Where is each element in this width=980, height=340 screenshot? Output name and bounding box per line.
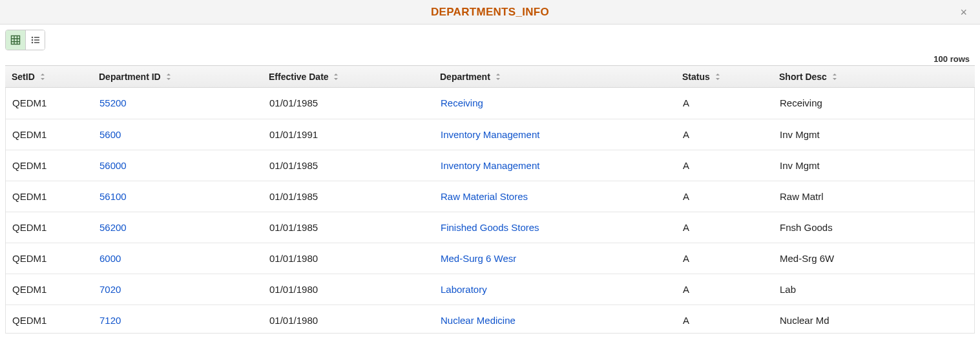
cell-deptid-link[interactable]: 56000 xyxy=(99,160,127,171)
cell-dept: Med-Surg 6 Wesr xyxy=(434,243,676,274)
cell-status-text: A xyxy=(683,253,689,264)
cell-effdt-text: 01/01/1985 xyxy=(269,160,318,171)
cell-setid: QEDM1 xyxy=(6,88,93,119)
cell-status: A xyxy=(676,150,773,181)
col-header-setid-label: SetID xyxy=(12,72,35,82)
cell-short: Med-Srg 6W xyxy=(773,243,974,274)
cell-status-text: A xyxy=(683,160,689,171)
table-row: QEDM15520001/01/1985ReceivingAReceiving xyxy=(6,88,974,119)
view-toolbar xyxy=(0,25,980,53)
sort-icon xyxy=(715,71,720,81)
col-header-dept[interactable]: Department xyxy=(433,66,676,88)
col-header-status[interactable]: Status xyxy=(676,66,773,88)
cell-deptid-link[interactable]: 7120 xyxy=(99,315,121,326)
cell-dept-link[interactable]: Inventory Management xyxy=(441,160,539,171)
cell-deptid: 56100 xyxy=(93,181,263,212)
col-header-short[interactable]: Short Desc xyxy=(773,66,964,88)
cell-status: A xyxy=(676,88,773,119)
results-scroll[interactable]: QEDM15520001/01/1985ReceivingAReceivingQ… xyxy=(6,88,974,333)
cell-short: Raw Matrl xyxy=(773,181,974,212)
cell-effdt: 01/01/1985 xyxy=(263,88,434,119)
cell-effdt-text: 01/01/1991 xyxy=(269,129,318,140)
cell-deptid-link[interactable]: 56100 xyxy=(99,191,127,202)
cell-setid-text: QEDM1 xyxy=(12,315,47,326)
cell-setid: QEDM1 xyxy=(6,181,93,212)
col-header-status-label: Status xyxy=(682,72,710,82)
cell-dept-link[interactable]: Raw Material Stores xyxy=(441,191,528,202)
svg-point-7 xyxy=(31,39,33,41)
svg-point-9 xyxy=(31,42,33,44)
cell-short: Receiving xyxy=(773,88,974,119)
col-header-effdt[interactable]: Effective Date xyxy=(262,66,433,88)
cell-deptid-link[interactable]: 6000 xyxy=(99,253,121,264)
col-header-setid[interactable]: SetID xyxy=(5,66,92,88)
sort-icon xyxy=(166,71,171,81)
cell-effdt: 01/01/1991 xyxy=(263,119,434,150)
results-header-table: SetID Department ID Effective Date xyxy=(5,65,975,88)
cell-status: A xyxy=(676,243,773,274)
cell-status-text: A xyxy=(683,315,689,326)
title-bar: DEPARTMENTS_INFO × xyxy=(0,0,980,25)
cell-setid-text: QEDM1 xyxy=(12,97,47,108)
col-header-dept-label: Department xyxy=(440,72,490,82)
sort-icon xyxy=(40,71,45,81)
cell-effdt: 01/01/1985 xyxy=(263,150,434,181)
table-row: QEDM15610001/01/1985Raw Material StoresA… xyxy=(6,181,974,212)
page-title: DEPARTMENTS_INFO xyxy=(0,0,980,25)
cell-effdt: 01/01/1985 xyxy=(263,181,434,212)
cell-status-text: A xyxy=(683,97,689,108)
grid-view-button[interactable] xyxy=(6,30,25,50)
cell-dept-link[interactable]: Receiving xyxy=(441,97,483,108)
cell-dept: Inventory Management xyxy=(434,119,676,150)
table-row: QEDM15600001/01/1985Inventory Management… xyxy=(6,150,974,181)
cell-dept: Finished Goods Stores xyxy=(434,212,676,243)
cell-effdt: 01/01/1980 xyxy=(263,305,434,333)
cell-deptid-link[interactable]: 56200 xyxy=(99,222,127,233)
cell-deptid-link[interactable]: 5600 xyxy=(99,129,121,140)
results-body-table: QEDM15520001/01/1985ReceivingAReceivingQ… xyxy=(6,88,974,333)
cell-deptid: 6000 xyxy=(93,243,263,274)
cell-dept-link[interactable]: Med-Surg 6 Wesr xyxy=(441,253,516,264)
table-row: QEDM1712001/01/1980Nuclear MedicineANucl… xyxy=(6,305,974,333)
close-button[interactable]: × xyxy=(956,0,971,25)
cell-dept-link[interactable]: Laboratory xyxy=(441,284,487,295)
sort-icon xyxy=(333,71,339,81)
cell-effdt-text: 01/01/1985 xyxy=(269,191,318,202)
cell-dept-link[interactable]: Finished Goods Stores xyxy=(441,222,539,233)
cell-dept-link[interactable]: Inventory Management xyxy=(441,129,539,140)
cell-deptid: 7120 xyxy=(93,305,263,333)
cell-short-text: Med-Srg 6W xyxy=(780,253,834,264)
cell-setid: QEDM1 xyxy=(6,274,93,305)
cell-short-text: Inv Mgmt xyxy=(780,160,820,171)
cell-dept-link[interactable]: Nuclear Medicine xyxy=(441,315,516,326)
col-header-short-label: Short Desc xyxy=(779,72,827,82)
table-row: QEDM1600001/01/1980Med-Surg 6 WesrAMed-S… xyxy=(6,243,974,274)
table-row: QEDM1560001/01/1991Inventory ManagementA… xyxy=(6,119,974,150)
svg-rect-10 xyxy=(34,42,39,43)
cell-dept: Laboratory xyxy=(434,274,676,305)
cell-effdt: 01/01/1980 xyxy=(263,243,434,274)
cell-short-text: Fnsh Goods xyxy=(780,222,833,233)
cell-dept: Inventory Management xyxy=(434,150,676,181)
list-view-button[interactable] xyxy=(25,30,45,50)
cell-setid-text: QEDM1 xyxy=(12,191,47,202)
svg-rect-8 xyxy=(34,39,39,41)
cell-dept: Nuclear Medicine xyxy=(434,305,676,333)
table-row: QEDM15620001/01/1985Finished Goods Store… xyxy=(6,212,974,243)
cell-effdt-text: 01/01/1980 xyxy=(269,284,318,295)
cell-effdt-text: 01/01/1985 xyxy=(269,97,318,108)
cell-deptid-link[interactable]: 7020 xyxy=(99,284,121,295)
cell-short-text: Nuclear Md xyxy=(780,315,829,326)
col-header-deptid[interactable]: Department ID xyxy=(92,66,262,88)
svg-rect-0 xyxy=(12,36,20,45)
cell-deptid: 56200 xyxy=(93,212,263,243)
cell-status: A xyxy=(676,212,773,243)
row-count-label: 100 rows xyxy=(933,54,970,64)
cell-status: A xyxy=(676,305,773,333)
cell-setid: QEDM1 xyxy=(6,212,93,243)
cell-setid: QEDM1 xyxy=(6,305,93,333)
cell-deptid-link[interactable]: 55200 xyxy=(99,97,127,108)
cell-short: Inv Mgmt xyxy=(773,119,974,150)
table-row: QEDM1702001/01/1980LaboratoryALab xyxy=(6,274,974,305)
grid-icon xyxy=(10,35,21,45)
